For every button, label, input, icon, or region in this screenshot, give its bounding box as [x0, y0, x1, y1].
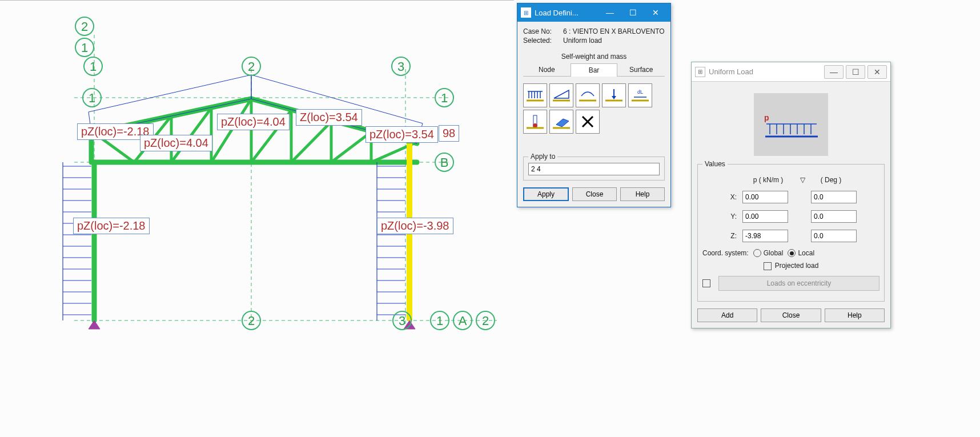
- svg-text:2: 2: [81, 19, 88, 34]
- maximize-button[interactable]: ☐: [846, 65, 865, 79]
- moment-load-icon[interactable]: [576, 83, 600, 107]
- svg-line-20: [291, 122, 331, 162]
- delete-load-icon[interactable]: [576, 110, 600, 134]
- load-preview: p: [754, 93, 828, 156]
- y-label: Y:: [702, 213, 742, 220]
- selected-value: Uniform load: [563, 37, 602, 45]
- case-no-value: 6 : VIENTO EN X BARLOVENTO: [563, 27, 665, 35]
- apply-button[interactable]: Apply: [523, 187, 569, 201]
- case-no-label: Case No:: [523, 27, 563, 35]
- svg-text:3: 3: [397, 59, 404, 74]
- eccentricity-checkbox[interactable]: [702, 279, 710, 287]
- selected-label: Selected:: [523, 37, 563, 45]
- model-canvas[interactable]: 211 23 11 B 23 1A2 pZ(loc)=-2.18 pZ(loc)…: [0, 0, 514, 437]
- close-button[interactable]: ✕: [867, 65, 887, 79]
- app-icon: ⊞: [695, 67, 705, 77]
- svg-marker-95: [612, 96, 616, 99]
- load-label: 98: [439, 125, 459, 142]
- angle-icon: ▽: [794, 176, 811, 184]
- global-radio[interactable]: Global: [753, 249, 784, 257]
- dialog-title: Load Defini...: [535, 9, 599, 17]
- dilatation-icon[interactable]: dL: [628, 83, 652, 107]
- svg-text:B: B: [440, 155, 449, 170]
- load-definition-dialog: ⊞ Load Defini... — ☐ ✕ Case No:6 : VIENT…: [517, 3, 671, 207]
- z-label: Z:: [702, 232, 742, 240]
- svg-text:2: 2: [248, 314, 255, 328]
- svg-text:1: 1: [90, 59, 97, 74]
- column-deg-header: ( Deg ): [811, 176, 851, 184]
- svg-marker-103: [556, 119, 569, 127]
- svg-marker-56: [89, 320, 100, 329]
- tab-node[interactable]: Node: [523, 63, 571, 76]
- load-label: pZ(loc)=4.04: [140, 135, 212, 151]
- load-label: pZ(loc)=4.04: [217, 114, 290, 130]
- thermal-load-icon[interactable]: [523, 110, 547, 134]
- svg-text:1: 1: [436, 314, 443, 328]
- minimize-button[interactable]: —: [824, 65, 844, 79]
- preview-p-label: p: [764, 113, 769, 122]
- svg-text:2: 2: [482, 314, 489, 328]
- uniform-load-dialog: ⊞ Uniform Load — ☐ ✕ p Values p ( kN/m )…: [691, 62, 891, 328]
- x-p-input[interactable]: [742, 191, 788, 203]
- svg-text:1: 1: [89, 91, 95, 105]
- titlebar[interactable]: ⊞ Uniform Load — ☐ ✕: [692, 62, 890, 82]
- app-icon: ⊞: [521, 7, 531, 18]
- x-label: X:: [702, 193, 742, 201]
- add-button[interactable]: Add: [697, 308, 757, 322]
- y-p-input[interactable]: [742, 210, 788, 223]
- maximize-button[interactable]: ☐: [621, 3, 644, 22]
- load-label: pZ(loc)=-3.98: [377, 218, 453, 234]
- column-p-header: p ( kN/m ): [742, 176, 794, 184]
- close-button[interactable]: Close: [761, 308, 821, 322]
- help-button[interactable]: Help: [620, 187, 665, 201]
- projected-checkbox[interactable]: Projected load: [764, 262, 819, 270]
- svg-text:A: A: [459, 314, 467, 328]
- svg-text:3: 3: [399, 314, 405, 328]
- load-label: pZ(loc)=3.54: [366, 126, 438, 143]
- local-radio[interactable]: Local: [788, 249, 814, 257]
- svg-text:1: 1: [441, 91, 448, 105]
- point-load-icon[interactable]: [602, 83, 626, 107]
- svg-text:1: 1: [81, 41, 88, 55]
- close-button[interactable]: ✕: [644, 3, 667, 22]
- svg-rect-100: [533, 115, 537, 125]
- minimize-button[interactable]: —: [599, 3, 621, 22]
- svg-marker-91: [554, 90, 569, 98]
- help-button[interactable]: Help: [825, 308, 885, 322]
- svg-text:dL: dL: [637, 89, 643, 95]
- z-deg-input[interactable]: [811, 230, 857, 242]
- section-label: Self-weight and mass: [523, 53, 665, 61]
- trapezoidal-load-icon[interactable]: [549, 83, 573, 107]
- values-legend: Values: [702, 160, 728, 168]
- y-deg-input[interactable]: [811, 210, 857, 223]
- svg-text:2: 2: [248, 59, 255, 74]
- load-label: pZ(loc)=-2.18: [73, 218, 150, 234]
- x-deg-input[interactable]: [811, 191, 857, 203]
- dialog-title: Uniform Load: [709, 67, 822, 76]
- z-p-input[interactable]: [742, 230, 788, 242]
- tab-surface[interactable]: Surface: [617, 63, 665, 76]
- eccentricity-button: Loads on eccentricity: [718, 276, 879, 291]
- close-button[interactable]: Close: [572, 187, 617, 201]
- apply-to-input[interactable]: [528, 163, 660, 175]
- apply-to-label: Apply to: [528, 153, 557, 161]
- titlebar[interactable]: ⊞ Load Defini... — ☐ ✕: [517, 3, 670, 22]
- load-label: Z(loc)=3.54: [296, 109, 362, 126]
- uniform-load-icon[interactable]: [523, 83, 547, 107]
- coord-system-label: Coord. system:: [702, 249, 749, 257]
- planar-load-icon[interactable]: [549, 110, 573, 134]
- tab-bar[interactable]: Bar: [571, 63, 618, 77]
